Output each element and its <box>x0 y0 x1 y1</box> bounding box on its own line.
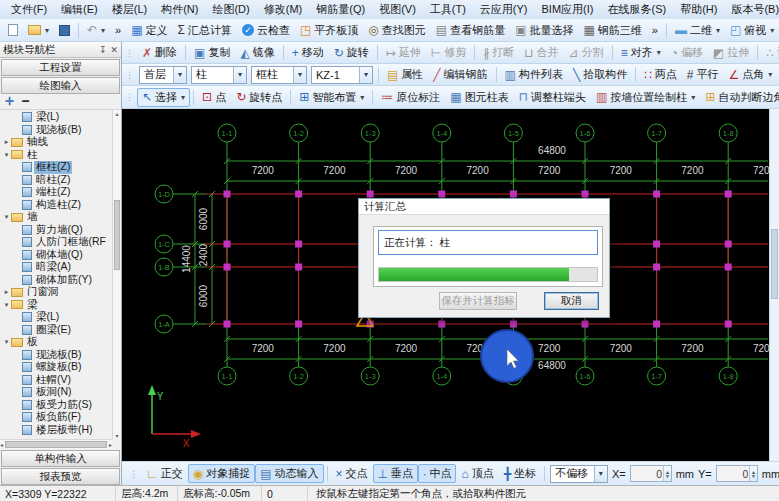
tree-item-15[interactable]: ▾梁 <box>2 299 112 312</box>
menu-item-7[interactable]: 视图(V) <box>372 0 423 19</box>
copy-button[interactable]: ▣复制 <box>189 43 235 62</box>
chevron-down-icon[interactable]: ▾ <box>594 466 607 482</box>
tree-expand-arrow-icon[interactable]: ▾ <box>2 213 11 221</box>
tree-expand-arrow-icon[interactable]: ▸ <box>2 138 11 146</box>
tree-item-9[interactable]: 剪力墙(Q) <box>2 224 112 237</box>
menu-item-13[interactable]: 版本号(B) <box>724 0 779 19</box>
draw-column-by-wall-dropdown-arrow[interactable]: ▾ <box>691 93 695 102</box>
floor-select[interactable]: 首层▾ <box>139 66 187 84</box>
scroll-thumb[interactable] <box>771 229 778 299</box>
tree-item-16[interactable]: 梁(L) <box>2 311 112 324</box>
move-button[interactable]: +移动 <box>287 43 329 62</box>
tree-item-7[interactable]: 构造柱(Z) <box>2 199 112 212</box>
column-element-marker[interactable] <box>224 191 231 198</box>
tree-expand-arrow-icon[interactable]: ▸ <box>2 288 11 296</box>
menu-item-1[interactable]: 编辑(E) <box>54 0 105 19</box>
select-tool-button[interactable]: ↖选择▾ <box>137 88 190 107</box>
column-element-marker[interactable] <box>725 264 732 271</box>
point-place-button[interactable]: ⊡点 <box>197 88 231 107</box>
tree-item-22[interactable]: 板洞(N) <box>2 386 112 399</box>
smart-layout-button[interactable]: ⊞智能布置▾ <box>294 88 369 107</box>
align-button[interactable]: ≡对齐▾ <box>616 43 666 62</box>
tree-item-4[interactable]: 框柱(Z) <box>2 161 112 174</box>
tree-expand-arrow-icon[interactable]: ▾ <box>2 338 11 346</box>
delete-button[interactable]: ✗删除 <box>137 43 182 62</box>
menu-item-10[interactable]: BIM应用(I) <box>535 0 601 19</box>
report-preview-button[interactable]: 报表预览 <box>1 468 120 485</box>
tree-item-25[interactable]: 楼层板带(H) <box>2 424 112 437</box>
set-grips-button[interactable]: ∴设置夹点 <box>761 43 779 62</box>
menu-item-5[interactable]: 修改(M) <box>257 0 310 19</box>
undo-dropdown-arrow[interactable]: ▾ <box>101 26 105 35</box>
element-select[interactable]: KZ-1▾ <box>311 66 373 84</box>
column-element-marker[interactable] <box>725 241 732 248</box>
column-element-marker[interactable] <box>725 191 732 198</box>
view-2d-button[interactable]: ▬二维▾ <box>670 21 725 40</box>
select-tool-dropdown-arrow[interactable]: ▾ <box>181 93 185 102</box>
batch-select-button[interactable]: ▣批量选择 <box>510 21 578 40</box>
column-element-marker[interactable] <box>653 191 660 198</box>
column-element-marker[interactable] <box>224 241 231 248</box>
more-tools-button[interactable]: » <box>110 22 126 38</box>
view-2d-dropdown-arrow[interactable]: ▾ <box>716 26 720 35</box>
canvas-vertical-scrollbar[interactable] <box>769 109 779 461</box>
column-element-marker[interactable] <box>224 264 231 271</box>
column-element-marker[interactable] <box>295 264 302 271</box>
column-element-marker[interactable] <box>653 241 660 248</box>
perpendicular-snap-button[interactable]: ⊥垂点 <box>373 464 418 483</box>
tree-item-19[interactable]: 现浇板(B) <box>2 349 112 362</box>
break-button[interactable]: ∦打断 <box>478 43 519 62</box>
merge-button[interactable]: ⊔合并 <box>519 43 563 62</box>
new-file-button[interactable] <box>3 22 23 38</box>
menu-item-0[interactable]: 文件(F) <box>4 0 54 19</box>
stretch-button[interactable]: ◩拉伸 <box>708 43 754 62</box>
spinner-arrows-icon[interactable]: ▲▼ <box>663 466 670 481</box>
chevron-down-icon[interactable]: ▾ <box>293 67 306 83</box>
open-file-dropdown-arrow[interactable]: ▾ <box>45 26 49 35</box>
component-list-button[interactable]: ▥构件列表 <box>500 65 568 84</box>
tree-item-13[interactable]: 砌体加筋(Y) <box>2 274 112 287</box>
tree-item-12[interactable]: 暗梁(A) <box>2 261 112 274</box>
tree-item-20[interactable]: 螺旋板(B) <box>2 361 112 374</box>
scroll-right-arrow[interactable]: ▸ <box>109 441 112 448</box>
column-element-marker[interactable] <box>438 191 445 198</box>
offset-select[interactable]: 不偏移 ▾ <box>550 465 608 483</box>
dialog-titlebar[interactable]: 计算汇总 <box>359 199 609 215</box>
vertex-snap-button[interactable]: ⌂顶点 <box>456 464 498 483</box>
pin-icon[interactable]: ↧ <box>99 45 107 55</box>
drawing-input-button[interactable]: 绘图输入 <box>1 77 120 94</box>
midpoint-snap-button[interactable]: ∙中点 <box>418 464 456 483</box>
expand-all-icon[interactable]: ✛ <box>5 95 14 108</box>
column-element-marker[interactable] <box>725 321 732 328</box>
tree-item-5[interactable]: 暗柱(Z) <box>2 174 112 187</box>
tree-item-6[interactable]: 端柱(Z) <box>2 186 112 199</box>
open-file-button[interactable]: ▾ <box>23 23 54 37</box>
column-element-marker[interactable] <box>295 321 302 328</box>
coordinate-snap-button[interactable]: ╋坐标 <box>499 464 541 483</box>
column-element-marker[interactable] <box>582 191 589 198</box>
close-icon[interactable]: ✕ <box>110 45 118 55</box>
menu-item-11[interactable]: 在线服务(S) <box>600 0 673 19</box>
split-button[interactable]: ⊿分割 <box>564 43 609 62</box>
chevron-down-icon[interactable]: ▾ <box>233 67 246 83</box>
properties-button[interactable]: ▤属性 <box>382 65 428 84</box>
auto-detect-corner-column-button[interactable]: ⊞自动判断边角柱 <box>700 88 779 107</box>
tree-item-0[interactable]: 梁(L) <box>2 111 112 124</box>
scroll-thumb[interactable] <box>5 441 107 448</box>
adjust-column-end-button[interactable]: ⊓调整柱端头 <box>514 88 591 107</box>
flush-slab-top-button[interactable]: ◳平齐板顶 <box>295 21 363 40</box>
spinner-arrows-icon[interactable]: ▲▼ <box>749 466 756 481</box>
point-angle-dropdown-arrow[interactable]: ▾ <box>768 70 772 79</box>
more-tools-2-button[interactable]: » <box>647 22 663 38</box>
save-and-calc-button[interactable]: 保存并计算指标 <box>439 292 517 310</box>
ortho-button[interactable]: ∟正交 <box>141 464 188 483</box>
menu-item-3[interactable]: 构件(N) <box>154 0 205 19</box>
undo-button[interactable]: ↶▾ <box>82 22 110 38</box>
tree-vertical-scrollbar[interactable]: ▴▾ <box>112 110 121 439</box>
column-element-marker[interactable] <box>224 321 231 328</box>
tree-item-23[interactable]: 板受力筋(S) <box>2 399 112 412</box>
draw-column-by-wall-button[interactable]: ▥按墙位置绘制柱▾ <box>591 88 700 107</box>
column-element-marker[interactable] <box>510 191 517 198</box>
cloud-check-button[interactable]: ✓云检查 <box>237 21 295 40</box>
top-view-button[interactable]: ◰俯视▾ <box>725 21 779 40</box>
